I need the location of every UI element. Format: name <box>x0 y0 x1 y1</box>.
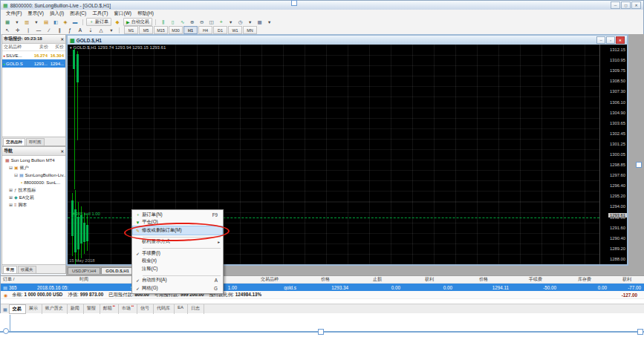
chart-close-button[interactable]: ✕ <box>616 36 625 44</box>
strategy-tester-icon[interactable]: ◆ <box>113 18 122 26</box>
order-row[interactable]: ▤365 2018.05.16 05: sell 1.00 gold.s 129… <box>1 284 644 291</box>
navigator-tree-item[interactable]: ▪ 88000000: SunL... <box>2 179 65 186</box>
market-watch-row[interactable]: ●GOLD.S 1293... 1294... <box>2 59 65 68</box>
terminal-tab[interactable]: 日志 <box>188 304 204 314</box>
data-window-icon[interactable]: ◧ <box>51 18 60 26</box>
horizontal-line-icon[interactable]: — <box>34 26 43 34</box>
candlestick-chart-icon[interactable]: ▯ <box>169 18 178 26</box>
new-order-button[interactable]: ＋ 新订单 <box>86 18 111 26</box>
context-menu-item[interactable]: 注释(C) <box>133 265 222 273</box>
timeframe-button[interactable]: M30 <box>169 26 183 34</box>
expander-icon[interactable]: ⊞ <box>9 195 13 200</box>
cursor-icon[interactable]: ↖ <box>3 26 12 34</box>
menu-item[interactable]: 窗口(W) <box>111 10 134 18</box>
menu-item[interactable]: 工具(T) <box>89 10 111 18</box>
fibonacci-icon[interactable]: ƒ <box>65 26 74 34</box>
context-menu-item[interactable]: ✓ 自动排列(A) A <box>133 277 222 285</box>
context-menu-item[interactable]: ✓ 手续费(I) <box>133 249 222 258</box>
selection-handle[interactable] <box>636 162 642 168</box>
timeframe-button[interactable]: W1 <box>228 26 242 34</box>
chart-window-tab[interactable]: GOLD.$,H1 <box>101 267 134 274</box>
navigator-tab[interactable]: 常用 <box>3 266 17 273</box>
selection-handle[interactable] <box>3 328 9 334</box>
new-chart-icon[interactable]: ▦ <box>3 18 12 26</box>
context-menu-item[interactable]: ＋ 新订单(N) F9 <box>133 211 222 219</box>
context-menu-item[interactable]: ▼ 平仓(O) <box>133 219 222 227</box>
close-icon[interactable]: ✕ <box>60 37 64 42</box>
market-watch-icon[interactable]: ▤ <box>42 18 51 26</box>
terminal-tab[interactable]: 警报 <box>84 304 100 314</box>
timeframe-button[interactable]: M5 <box>139 26 153 34</box>
indicators-icon[interactable]: ＋ <box>217 18 226 26</box>
context-menu-item[interactable]: ✓ 网格(G) G <box>133 284 222 292</box>
price-scale[interactable]: 1312.151310.951309.751308.501307.301306.… <box>599 45 627 264</box>
chevron-down-icon[interactable]: ▾ <box>246 18 255 26</box>
navigator-tree-item[interactable]: ⊟ ▣ 账户 <box>2 164 65 171</box>
selection-handle[interactable] <box>637 329 643 335</box>
maximize-button[interactable]: ◻ <box>621 1 631 9</box>
periods-icon[interactable]: ◷ <box>236 18 245 26</box>
vertical-line-icon[interactable]: ∣ <box>24 26 33 34</box>
timeframe-button[interactable]: M15 <box>154 26 168 34</box>
context-menu-item[interactable]: 税金(x) <box>133 258 222 266</box>
navigator-tree-item[interactable]: ⊞ ≡ 脚本 <box>2 201 65 209</box>
navigator-tree-item[interactable]: ⊞ ◆ EA交易 <box>2 194 65 201</box>
arrows-icon[interactable]: ⇣ <box>86 26 95 34</box>
timeframe-button[interactable]: H4 <box>198 26 212 34</box>
expander-icon[interactable]: ⊞ <box>9 188 13 192</box>
menu-item[interactable]: 帮助(H) <box>134 10 157 18</box>
chevron-down-icon[interactable]: ▾ <box>265 18 274 26</box>
close-button[interactable]: ✕ <box>631 1 641 9</box>
terminal-tab[interactable]: 信号 <box>137 304 154 314</box>
profiles-icon[interactable]: ▥ <box>22 18 31 26</box>
minimize-button[interactable]: ─ <box>611 1 620 9</box>
timeframe-button[interactable]: MN <box>243 26 257 34</box>
navigator-tree-item[interactable]: ▦ Sun Long Bullion MT4 <box>2 157 65 164</box>
zoom-in-icon[interactable]: ⊕ <box>188 18 197 26</box>
market-watch-header[interactable]: 市场报价: 05:23:18 ✕ <box>2 35 65 44</box>
text-icon[interactable]: A <box>76 26 85 34</box>
terminal-tab[interactable]: 市场•• <box>119 304 137 314</box>
expander-icon[interactable]: ⊟ <box>14 173 18 177</box>
terminal-tab[interactable]: 交易 <box>9 304 26 314</box>
timeframe-button[interactable]: D1 <box>213 26 227 34</box>
expander-icon[interactable]: ⊟ <box>9 166 13 170</box>
shapes-icon[interactable]: △ <box>97 26 105 34</box>
navigator-icon[interactable]: ◈ <box>61 18 70 26</box>
terminal-tab[interactable]: EA <box>175 304 188 314</box>
chevron-down-icon[interactable]: ▾ <box>107 26 116 34</box>
terminal-tab[interactable]: 账户历史 <box>42 304 68 314</box>
market-watch-row[interactable]: ●SILVE... 16.274 16.304 <box>2 51 65 59</box>
terminal-icon[interactable]: ▬ <box>71 18 79 26</box>
market-watch-tab[interactable]: 交易品种 <box>3 138 25 145</box>
terminal-tab[interactable]: 展示 <box>26 304 42 314</box>
context-menu-item[interactable]: ✎ 修改或删除订单(M) <box>133 226 222 235</box>
chart-minimize-button[interactable]: ─ <box>596 36 605 44</box>
crosshair-icon[interactable]: ✛ <box>13 26 22 34</box>
line-chart-icon[interactable]: ∿ <box>178 18 187 26</box>
market-watch-tab[interactable]: 即时图 <box>26 138 45 145</box>
templates-icon[interactable]: ▩ <box>256 18 264 26</box>
close-icon[interactable]: ✕ <box>60 149 64 154</box>
context-menu-item[interactable]: 获利显示方式 ▸ <box>133 238 222 246</box>
auto-trading-button[interactable]: ▶ 自动交易 <box>123 18 152 26</box>
terminal-tab[interactable]: 新闻 <box>68 304 84 314</box>
navigator-header[interactable]: 导航 ✕ <box>2 147 65 156</box>
expander-icon[interactable]: ⊞ <box>9 203 13 207</box>
navigator-tree-item[interactable]: ⊟ ▤ SunLongBullion-Liv... <box>2 171 65 179</box>
channel-icon[interactable]: ∥ <box>55 26 64 34</box>
chevron-down-icon[interactable]: ▾ <box>227 18 235 26</box>
timeframe-button[interactable]: H1 <box>183 26 198 34</box>
tile-windows-icon[interactable]: ◫ <box>207 18 216 26</box>
chart-restore-button[interactable]: ▫ <box>606 36 615 44</box>
navigator-tab[interactable]: 收藏夹 <box>18 266 36 273</box>
menu-item[interactable]: 显示(V) <box>25 10 47 18</box>
chevron-down-icon[interactable]: ▾ <box>13 18 22 26</box>
selection-handle[interactable] <box>318 329 324 335</box>
bar-chart-icon[interactable]: ⫼ <box>159 18 168 26</box>
zoom-out-icon[interactable]: ⊖ <box>198 18 206 26</box>
menu-item[interactable]: 插入(I) <box>47 10 67 18</box>
timeframe-button[interactable]: M1 <box>124 26 138 34</box>
terminal-tab[interactable]: 代码库 <box>154 304 175 314</box>
trendline-icon[interactable]: ∕ <box>45 26 53 34</box>
